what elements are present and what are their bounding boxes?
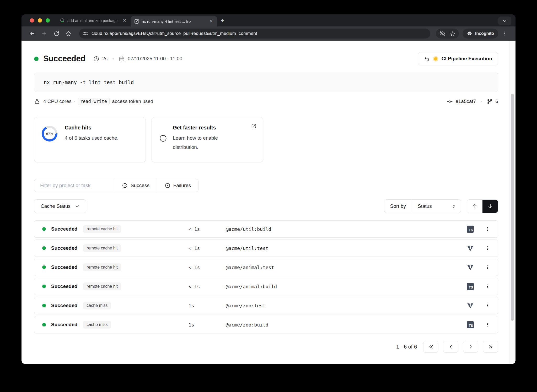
sort-descending-button[interactable] bbox=[482, 200, 498, 213]
row-status-label: Succeeded bbox=[51, 245, 77, 251]
separator-dot bbox=[74, 101, 75, 102]
pagination-label: 1 - 6 of 6 bbox=[396, 344, 417, 350]
first-page-button[interactable] bbox=[423, 341, 438, 353]
filter-success-toggle[interactable]: Success bbox=[114, 179, 157, 192]
row-menu-icon[interactable] bbox=[485, 284, 490, 289]
table-controls: Cache Status Sort by Status bbox=[34, 199, 498, 213]
sort-select[interactable]: Status bbox=[412, 200, 461, 213]
filter-failures-label: Failures bbox=[173, 183, 191, 188]
row-menu-icon[interactable] bbox=[485, 265, 490, 270]
task-row[interactable]: Succeeded cache miss 1s @acme/zoo:test bbox=[34, 297, 498, 314]
row-task-name[interactable]: @acme/animal:build bbox=[226, 284, 277, 289]
ci-pipeline-execution-button[interactable]: CI Pipeline Execution bbox=[418, 52, 498, 65]
separator-dot bbox=[481, 101, 482, 102]
row-task-name[interactable]: @acme/util:build bbox=[226, 226, 271, 232]
linux-tux-icon bbox=[34, 99, 40, 105]
task-row[interactable]: Succeeded remote cache hit < 1s @acme/ut… bbox=[34, 220, 498, 238]
row-menu-icon[interactable] bbox=[485, 246, 490, 251]
typescript-icon: TS bbox=[467, 321, 474, 328]
row-duration: < 1s bbox=[189, 265, 226, 270]
pipeline-status-dot bbox=[434, 57, 437, 61]
row-status-label: Succeeded bbox=[51, 322, 77, 328]
bookmark-star-icon[interactable] bbox=[450, 31, 456, 37]
tab-search-button[interactable] bbox=[498, 17, 511, 25]
incognito-label: Incognito bbox=[475, 31, 494, 36]
sort-ascending-button[interactable] bbox=[467, 200, 482, 213]
back-button[interactable] bbox=[27, 29, 37, 39]
task-row[interactable]: Succeeded remote cache hit < 1s @acme/an… bbox=[34, 278, 498, 295]
status-dot bbox=[34, 57, 39, 61]
row-duration: 1s bbox=[189, 322, 226, 328]
task-row[interactable]: Succeeded remote cache hit < 1s @acme/ut… bbox=[34, 239, 498, 257]
forward-button[interactable] bbox=[39, 29, 49, 39]
row-menu-icon[interactable] bbox=[485, 322, 490, 327]
tab-strip: add animal and zoo packages ✕ nx run-man… bbox=[22, 14, 515, 26]
filter-failures-toggle[interactable]: Failures bbox=[157, 179, 198, 192]
row-task-name[interactable]: @acme/zoo:build bbox=[226, 322, 268, 328]
x-circle-icon bbox=[165, 183, 170, 188]
task-row[interactable]: Succeeded cache miss 1s @acme/zoo:build … bbox=[34, 316, 498, 333]
row-status-dot bbox=[42, 227, 46, 231]
new-tab-button[interactable]: + bbox=[221, 17, 224, 24]
browser-window: add animal and zoo packages ✕ nx run-man… bbox=[22, 14, 515, 364]
toolbar-pill-group bbox=[436, 29, 459, 39]
incognito-icon bbox=[467, 31, 472, 36]
page-scrollbar[interactable] bbox=[509, 41, 515, 364]
run-date-range: 07/11/2025 11:00 - 11:00 bbox=[128, 56, 182, 62]
access-token-kind: read-write bbox=[78, 98, 110, 105]
chevron-down-icon bbox=[75, 204, 80, 209]
home-button[interactable] bbox=[63, 29, 73, 39]
next-page-button[interactable] bbox=[463, 341, 478, 353]
branch-count[interactable]: 6 bbox=[495, 99, 498, 104]
site-settings-icon[interactable] bbox=[83, 31, 88, 36]
scrollbar-thumb[interactable] bbox=[511, 94, 514, 321]
tab-pull-request[interactable]: add animal and zoo packages ✕ bbox=[56, 14, 131, 26]
cache-hits-card: 67% Cache hits 4 of 6 tasks used cache. bbox=[34, 117, 146, 162]
nx-cloud-page: Succeeded 2s 07/11/2025 11:00 - 11:00 bbox=[22, 41, 515, 364]
pagination: 1 - 6 of 6 bbox=[34, 341, 498, 353]
get-faster-results-card[interactable]: Get faster results Learn how to enable d… bbox=[152, 117, 263, 162]
eye-off-icon[interactable] bbox=[439, 30, 445, 37]
zoom-window-button[interactable] bbox=[46, 18, 50, 23]
filter-input[interactable] bbox=[34, 179, 114, 192]
browser-menu-icon[interactable] bbox=[500, 29, 510, 39]
row-menu-icon[interactable] bbox=[485, 226, 490, 232]
task-table: Succeeded remote cache hit < 1s @acme/ut… bbox=[34, 220, 498, 333]
row-cache-badge: cache miss bbox=[83, 321, 111, 329]
row-status-dot bbox=[42, 304, 46, 307]
tab-nx-run[interactable]: nx run-many -t lint test ... fro ✕ bbox=[131, 16, 217, 26]
row-cache-badge: remote cache hit bbox=[83, 263, 121, 271]
minimize-window-button[interactable] bbox=[38, 18, 42, 23]
close-window-button[interactable] bbox=[30, 18, 34, 23]
row-cache-badge: remote cache hit bbox=[83, 225, 121, 233]
tab-close-icon[interactable]: ✕ bbox=[209, 19, 213, 24]
row-task-name[interactable]: @acme/zoo:test bbox=[226, 303, 266, 308]
row-task-name[interactable]: @acme/util:test bbox=[226, 246, 268, 251]
url-bar[interactable]: cloud.nx.app/runs/agsvEHsQc8?utm_source=… bbox=[79, 29, 430, 39]
commit-icon bbox=[447, 99, 453, 105]
last-page-button[interactable] bbox=[483, 341, 498, 353]
previous-page-button[interactable] bbox=[443, 341, 458, 353]
row-task-name[interactable]: @acme/animal:test bbox=[226, 265, 274, 270]
url-text: cloud.nx.app/runs/agsvEHsQc8?utm_source=… bbox=[92, 31, 257, 36]
reload-button[interactable] bbox=[51, 29, 61, 39]
task-filter-group: Success Failures bbox=[34, 179, 198, 192]
vitest-icon bbox=[467, 264, 474, 271]
typescript-icon: TS bbox=[467, 283, 474, 290]
cache-status-dropdown[interactable]: Cache Status bbox=[34, 199, 86, 213]
sort-direction-group bbox=[467, 199, 498, 213]
external-link-icon[interactable] bbox=[251, 123, 257, 129]
cache-hits-title: Cache hits bbox=[65, 125, 119, 131]
row-cache-badge: remote cache hit bbox=[83, 282, 121, 290]
commit-sha[interactable]: e1a5caf7 bbox=[455, 99, 476, 104]
filter-success-label: Success bbox=[131, 183, 149, 188]
faster-results-line2: distribution. bbox=[173, 144, 198, 150]
task-row[interactable]: Succeeded remote cache hit < 1s @acme/an… bbox=[34, 259, 498, 276]
row-status-label: Succeeded bbox=[51, 226, 77, 232]
typescript-icon: TS bbox=[467, 226, 474, 233]
faster-results-title: Get faster results bbox=[173, 125, 218, 131]
row-status-dot bbox=[42, 246, 46, 250]
row-menu-icon[interactable] bbox=[485, 303, 490, 308]
cache-hit-percent: 67% bbox=[42, 126, 57, 141]
tab-close-icon[interactable]: ✕ bbox=[122, 18, 127, 23]
